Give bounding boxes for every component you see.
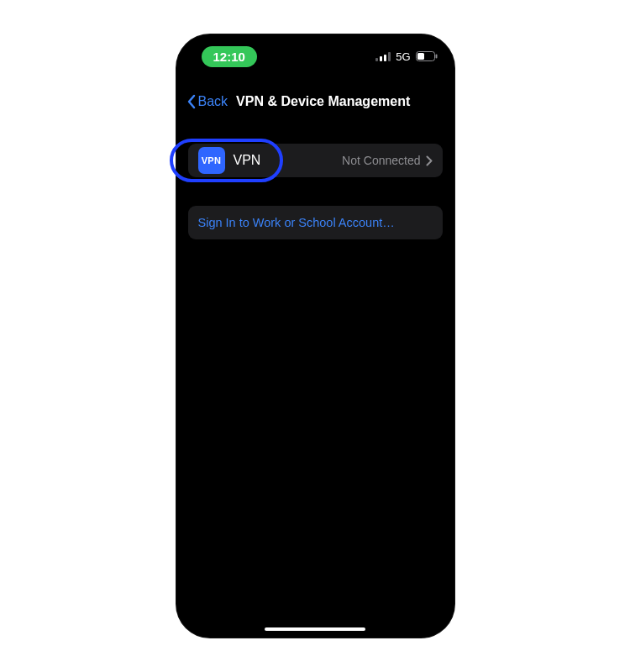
cellular-icon xyxy=(375,52,391,61)
back-label: Back xyxy=(198,94,228,109)
svg-rect-5 xyxy=(417,53,424,60)
sign-in-row[interactable]: Sign In to Work or School Account… xyxy=(188,206,443,239)
back-button[interactable]: Back xyxy=(183,91,232,113)
svg-rect-2 xyxy=(384,55,386,61)
home-indicator[interactable] xyxy=(265,627,365,631)
vpn-icon: VPN xyxy=(198,147,225,174)
vpn-row[interactable]: VPN VPN Not Connected xyxy=(188,144,443,177)
nav-title: VPN & Device Management xyxy=(236,94,410,109)
chevron-left-icon xyxy=(186,94,197,109)
svg-rect-0 xyxy=(375,58,378,61)
svg-rect-1 xyxy=(380,56,382,61)
network-label: 5G xyxy=(396,50,410,63)
svg-rect-3 xyxy=(388,52,391,61)
status-time-pill: 12:10 xyxy=(202,46,257,67)
nav-bar: Back VPN & Device Management xyxy=(176,85,454,118)
sign-in-label: Sign In to Work or School Account… xyxy=(198,216,395,229)
phone-frame: 12:10 5G xyxy=(176,34,454,638)
vpn-row-label: VPN xyxy=(234,153,261,168)
svg-rect-6 xyxy=(435,55,437,59)
status-bar: 12:10 5G xyxy=(176,34,454,73)
chevron-right-icon xyxy=(426,155,433,166)
vpn-status: Not Connected xyxy=(342,154,420,167)
battery-icon xyxy=(416,51,438,61)
